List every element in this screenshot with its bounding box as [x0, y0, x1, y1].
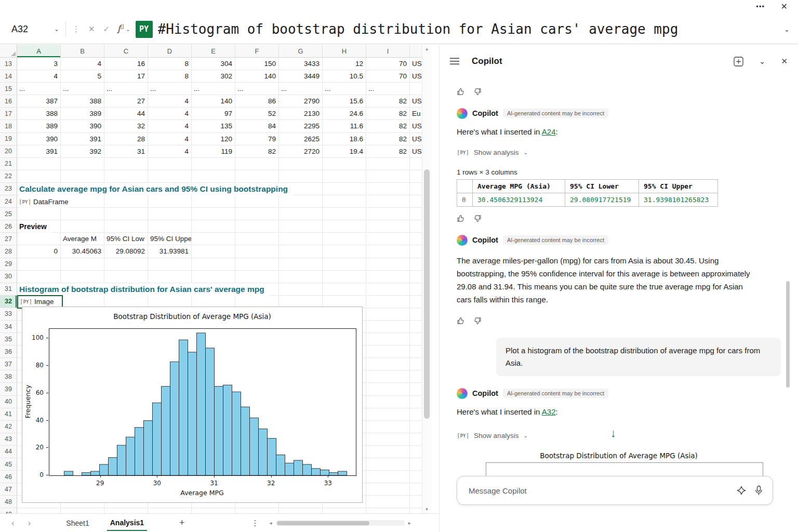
cell[interactable] [235, 233, 279, 245]
cell[interactable] [235, 208, 279, 220]
show-analysis-toggle[interactable]: PY Show analysis ⌄ ↓ [457, 430, 781, 441]
cell[interactable] [323, 233, 366, 245]
column-header-I[interactable]: I [366, 45, 410, 57]
cell[interactable] [366, 433, 410, 446]
cell[interactable]: 150 [235, 58, 279, 70]
cell[interactable] [323, 195, 366, 208]
cell[interactable] [323, 271, 366, 283]
cell[interactable] [366, 296, 410, 308]
cell[interactable] [279, 245, 323, 258]
microphone-icon[interactable] [754, 485, 763, 496]
select-all-corner[interactable] [0, 45, 17, 57]
cell[interactable]: 5 [61, 70, 104, 83]
cell[interactable] [323, 258, 366, 271]
cell[interactable] [279, 158, 323, 170]
cell[interactable]: ... [17, 83, 61, 95]
cell[interactable]: 304 [192, 58, 235, 70]
cell[interactable] [279, 208, 323, 220]
cell[interactable] [17, 258, 61, 271]
cell[interactable]: 4 [148, 95, 192, 108]
cell[interactable] [148, 195, 192, 208]
cell[interactable] [61, 220, 104, 233]
cell[interactable] [148, 258, 192, 271]
vertical-scrollbar-thumb[interactable] [424, 169, 430, 419]
cell[interactable]: 82 [366, 95, 410, 108]
cell[interactable]: 44 [104, 108, 148, 120]
cell[interactable] [192, 170, 235, 183]
row-header-42[interactable]: 42 [0, 421, 17, 433]
cell[interactable] [61, 208, 104, 220]
row-header-46[interactable]: 46 [0, 471, 17, 483]
cell[interactable] [410, 296, 422, 308]
cell[interactable] [366, 283, 410, 296]
cell[interactable] [410, 333, 422, 345]
cell[interactable] [366, 271, 410, 283]
cell[interactable] [410, 433, 422, 446]
row-header-28[interactable]: 28 [0, 245, 17, 258]
cell[interactable]: 4 [148, 133, 192, 145]
cell[interactable] [104, 220, 148, 233]
confirm-entry-icon[interactable]: ✓ [103, 24, 110, 34]
cell[interactable]: 135 [192, 120, 235, 132]
cell[interactable] [410, 258, 422, 271]
copilot-sparkle-icon[interactable] [737, 486, 746, 495]
cell[interactable]: 2720 [279, 145, 323, 158]
cell[interactable] [366, 408, 410, 421]
cell[interactable] [279, 508, 323, 513]
row-header-36[interactable]: 36 [0, 345, 17, 358]
cell[interactable]: 387 [17, 95, 61, 108]
cell[interactable]: 17 [104, 70, 148, 83]
cell[interactable]: 19.4 [323, 145, 366, 158]
cell[interactable]: Eu [410, 108, 422, 120]
cell[interactable] [192, 245, 235, 258]
close-panel-icon[interactable]: ✕ [781, 57, 788, 66]
row-header-47[interactable]: 47 [0, 483, 17, 496]
cell[interactable] [17, 233, 61, 245]
cell[interactable]: 4 [148, 108, 192, 120]
cell[interactable] [410, 496, 422, 508]
scroll-right-icon[interactable]: ▸ [408, 520, 411, 526]
cell[interactable] [366, 183, 410, 195]
thumbs-down-icon[interactable] [473, 214, 482, 223]
cell[interactable]: 2295 [279, 120, 323, 132]
horizontal-scrollbar-track[interactable] [276, 520, 405, 526]
cell[interactable] [323, 245, 366, 258]
cell[interactable] [323, 183, 366, 195]
copilot-input-box[interactable] [457, 476, 773, 505]
cell[interactable] [61, 271, 104, 283]
cell[interactable] [366, 471, 410, 483]
cell[interactable] [410, 471, 422, 483]
insert-function-chevron-icon[interactable]: ⌄ [126, 26, 130, 32]
cell[interactable]: 390 [17, 133, 61, 145]
menu-hamburger-icon[interactable] [450, 58, 459, 65]
cell[interactable]: ... [61, 83, 104, 95]
cell[interactable]: 140 [235, 70, 279, 83]
row-header-24[interactable]: 24 [0, 195, 17, 208]
cell[interactable] [235, 195, 279, 208]
cell[interactable]: 82 [366, 133, 410, 145]
cell[interactable] [148, 170, 192, 183]
column-header-E[interactable]: E [192, 45, 235, 57]
cell[interactable] [410, 245, 422, 258]
row-header-38[interactable]: 38 [0, 370, 17, 383]
cell[interactable] [104, 508, 148, 513]
cell[interactable]: ... [279, 83, 323, 95]
row-header-25[interactable]: 25 [0, 208, 17, 220]
column-header-F[interactable]: F [235, 45, 279, 57]
cell[interactable] [148, 271, 192, 283]
column-header-B[interactable]: B [61, 45, 104, 57]
insert-function-icon[interactable]: ʃ[] [118, 24, 124, 34]
cell[interactable] [366, 333, 410, 345]
cell[interactable] [366, 170, 410, 183]
cell[interactable] [192, 233, 235, 245]
cell[interactable] [323, 220, 366, 233]
column-header-A[interactable]: A [17, 45, 61, 57]
cell[interactable] [104, 271, 148, 283]
thumbs-up-icon[interactable] [457, 316, 466, 325]
cell[interactable]: 82 [235, 145, 279, 158]
tab-analysis1[interactable]: Analysis1 [107, 515, 147, 531]
cell[interactable]: 389 [17, 120, 61, 132]
cell[interactable] [366, 496, 410, 508]
cell[interactable] [366, 321, 410, 333]
cell[interactable]: US [410, 70, 422, 83]
